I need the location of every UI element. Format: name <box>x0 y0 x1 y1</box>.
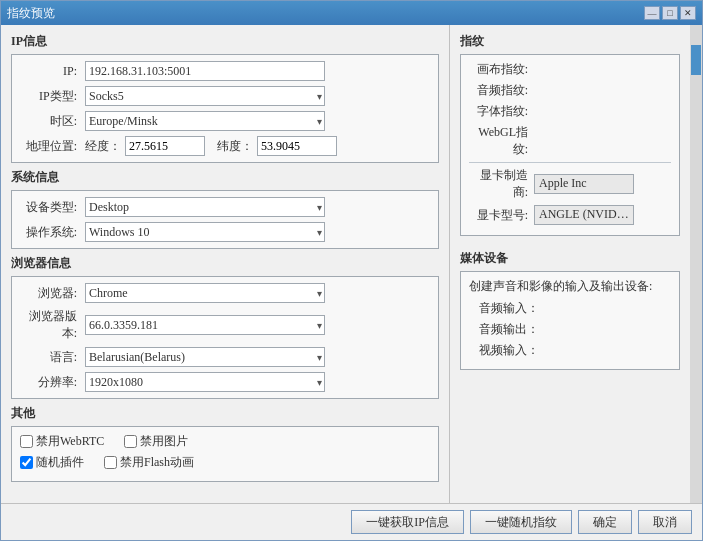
card-row: 显卡型号: ANGLE (NVIDIA GeFC <box>469 205 671 225</box>
footer: 一键获取IP信息 一键随机指纹 确定 取消 <box>1 503 702 540</box>
resolution-select-wrapper: 1920x1080 <box>85 372 325 392</box>
ip-input[interactable] <box>85 61 325 81</box>
browser-section: 浏览器信息 浏览器: Chrome 浏览器版本: <box>11 255 439 399</box>
disable-flash-checkbox[interactable] <box>104 456 117 469</box>
window-title: 指纹预览 <box>7 5 55 22</box>
system-section: 系统信息 设备类型: Desktop 操作系统: <box>11 169 439 249</box>
font-fp-label: 字体指纹: <box>469 103 534 120</box>
random-plugin-checkbox-item[interactable]: 随机插件 <box>20 454 84 471</box>
audio-input-row: 音频输入： <box>469 300 671 317</box>
webrtc-checkbox-item[interactable]: 禁用WebRTC <box>20 433 104 450</box>
language-label: 语言: <box>20 349 85 366</box>
other-section: 其他 禁用WebRTC 禁用图片 <box>11 405 439 482</box>
system-section-box: 设备类型: Desktop 操作系统: Windows 10 <box>11 190 439 249</box>
left-panel: IP信息 IP: IP类型: Socks5 <box>1 25 450 503</box>
media-section-title: 媒体设备 <box>460 250 680 267</box>
ip-row: IP: <box>20 61 430 81</box>
media-section: 媒体设备 创建声音和影像的输入及输出设备: 音频输入： 音频输出： 视频输入： <box>460 250 680 370</box>
card-value: ANGLE (NVIDIA GeFC <box>534 205 634 225</box>
fingerprint-section-title: 指纹 <box>460 33 680 50</box>
vendor-row: 显卡制造商: Apple Inc <box>469 167 671 201</box>
browser-label: 浏览器: <box>20 285 85 302</box>
browser-version-select-wrapper: 66.0.3359.181 <box>85 315 325 335</box>
title-bar: 指纹预览 — □ ✕ <box>1 1 702 25</box>
webgl-fp-row: WebGL指纹: <box>469 124 671 158</box>
vendor-label: 显卡制造商: <box>469 167 534 201</box>
language-row: 语言: Belarusian(Belarus) <box>20 347 430 367</box>
ip-type-select[interactable]: Socks5 <box>85 86 325 106</box>
media-desc: 创建声音和影像的输入及输出设备: <box>469 278 671 295</box>
main-window: 指纹预览 — □ ✕ IP信息 IP: IP类型: <box>0 0 703 541</box>
ip-section-title: IP信息 <box>11 33 439 50</box>
disable-image-label: 禁用图片 <box>140 433 188 450</box>
ip-type-label: IP类型: <box>20 88 85 105</box>
ip-type-row: IP类型: Socks5 <box>20 86 430 106</box>
browser-section-box: 浏览器: Chrome 浏览器版本: 66.0.3359.181 <box>11 276 439 399</box>
os-label: 操作系统: <box>20 224 85 241</box>
browser-version-label: 浏览器版本: <box>20 308 85 342</box>
language-select[interactable]: Belarusian(Belarus) <box>85 347 325 367</box>
random-fp-button[interactable]: 一键随机指纹 <box>470 510 572 534</box>
audio-output-label: 音频输出： <box>479 321 539 338</box>
lng-input[interactable] <box>125 136 205 156</box>
webrtc-label: 禁用WebRTC <box>36 433 104 450</box>
disable-flash-checkbox-item[interactable]: 禁用Flash动画 <box>104 454 194 471</box>
fingerprint-section-box: 画布指纹: 音频指纹: 字体指纹: WebGL指纹: <box>460 54 680 236</box>
window-controls: — □ ✕ <box>644 6 696 20</box>
device-type-label: 设备类型: <box>20 199 85 216</box>
os-select[interactable]: Windows 10 <box>85 222 325 242</box>
browser-row: 浏览器: Chrome <box>20 283 430 303</box>
video-input-row: 视频输入： <box>469 342 671 359</box>
scrollbar[interactable] <box>690 25 702 503</box>
cancel-button[interactable]: 取消 <box>638 510 692 534</box>
checkbox-row-1: 禁用WebRTC 禁用图片 <box>20 433 430 450</box>
audio-input-label: 音频输入： <box>479 300 539 317</box>
device-type-select-wrapper: Desktop <box>85 197 325 217</box>
close-button[interactable]: ✕ <box>680 6 696 20</box>
browser-select[interactable]: Chrome <box>85 283 325 303</box>
audio-output-row: 音频输出： <box>469 321 671 338</box>
card-label: 显卡型号: <box>469 207 534 224</box>
main-content: IP信息 IP: IP类型: Socks5 <box>1 25 702 503</box>
get-ip-button[interactable]: 一键获取IP信息 <box>351 510 464 534</box>
browser-version-row: 浏览器版本: 66.0.3359.181 <box>20 308 430 342</box>
canvas-fp-row: 画布指纹: <box>469 61 671 78</box>
lat-input[interactable] <box>257 136 337 156</box>
geo-row: 经度： 纬度： <box>85 136 337 156</box>
random-plugin-label: 随机插件 <box>36 454 84 471</box>
webrtc-checkbox[interactable] <box>20 435 33 448</box>
minimize-button[interactable]: — <box>644 6 660 20</box>
other-section-box: 禁用WebRTC 禁用图片 随机插件 <box>11 426 439 482</box>
device-type-row: 设备类型: Desktop <box>20 197 430 217</box>
disable-image-checkbox-item[interactable]: 禁用图片 <box>124 433 188 450</box>
ip-section-box: IP: IP类型: Socks5 时区: <box>11 54 439 163</box>
timezone-label: 时区: <box>20 113 85 130</box>
timezone-select[interactable]: Europe/Minsk <box>85 111 325 131</box>
ip-label: IP: <box>20 64 85 79</box>
ip-section: IP信息 IP: IP类型: Socks5 <box>11 33 439 163</box>
media-section-box: 创建声音和影像的输入及输出设备: 音频输入： 音频输出： 视频输入： <box>460 271 680 370</box>
disable-flash-label: 禁用Flash动画 <box>120 454 194 471</box>
browser-select-wrapper: Chrome <box>85 283 325 303</box>
os-select-wrapper: Windows 10 <box>85 222 325 242</box>
timezone-select-wrapper: Europe/Minsk <box>85 111 325 131</box>
video-input-label: 视频输入： <box>479 342 539 359</box>
disable-image-checkbox[interactable] <box>124 435 137 448</box>
timezone-row: 时区: Europe/Minsk <box>20 111 430 131</box>
font-fp-row: 字体指纹: <box>469 103 671 120</box>
maximize-button[interactable]: □ <box>662 6 678 20</box>
lat-label: 纬度： <box>217 138 253 155</box>
random-plugin-checkbox[interactable] <box>20 456 33 469</box>
browser-version-select[interactable]: 66.0.3359.181 <box>85 315 325 335</box>
ip-type-select-wrapper: Socks5 <box>85 86 325 106</box>
resolution-select[interactable]: 1920x1080 <box>85 372 325 392</box>
other-section-title: 其他 <box>11 405 439 422</box>
confirm-button[interactable]: 确定 <box>578 510 632 534</box>
system-section-title: 系统信息 <box>11 169 439 186</box>
browser-section-title: 浏览器信息 <box>11 255 439 272</box>
device-type-select[interactable]: Desktop <box>85 197 325 217</box>
canvas-fp-label: 画布指纹: <box>469 61 534 78</box>
location-label: 地理位置: <box>20 138 85 155</box>
resolution-label: 分辨率: <box>20 374 85 391</box>
scrollbar-thumb[interactable] <box>691 45 701 75</box>
